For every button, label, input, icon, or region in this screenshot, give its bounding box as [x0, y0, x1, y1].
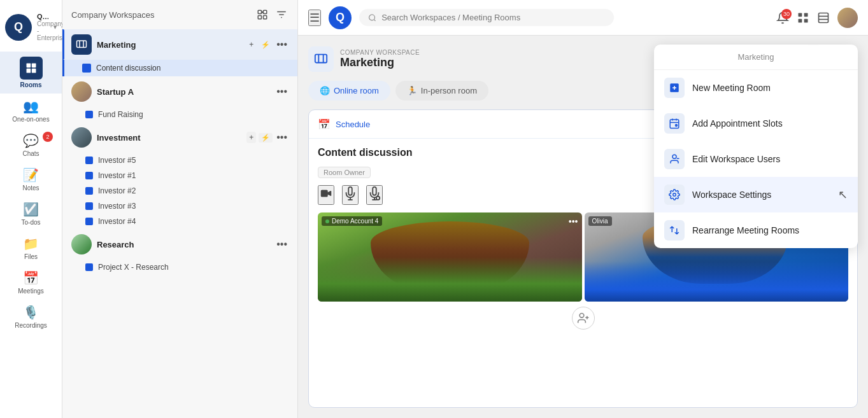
inperson-room-label: In-person room — [421, 86, 477, 95]
edit-users-menu-icon — [664, 149, 685, 169]
participant-2-label: Olivia — [588, 216, 612, 226]
participant-1-name: Demo Account 4 — [332, 218, 378, 225]
startup-a-more-button[interactable]: ••• — [275, 85, 288, 99]
workspace-settings-menu-icon — [664, 185, 685, 205]
participant-video-1 — [318, 212, 582, 302]
fund-raising-name: Fund Raising — [98, 110, 143, 119]
room-investor-1[interactable]: Investor #1 — [62, 168, 297, 183]
room-investor-2[interactable]: Investor #2 — [62, 183, 297, 199]
marketing-more-button[interactable]: ••• — [275, 38, 288, 52]
sidebar-item-rooms[interactable]: Rooms — [0, 52, 62, 94]
settings-icon — [669, 189, 680, 200]
user-avatar[interactable] — [837, 8, 858, 28]
camera-button[interactable] — [318, 185, 334, 205]
room-investor-4[interactable]: Investor #4 — [62, 214, 297, 229]
layout-button[interactable] — [817, 11, 830, 24]
files-label: Files — [24, 253, 38, 260]
add-workspace-button[interactable] — [255, 8, 269, 22]
projectx-indicator — [85, 263, 93, 271]
participant-2-name: Olivia — [592, 218, 608, 225]
room-investor-3[interactable]: Investor #3 — [62, 199, 297, 214]
todos-label: To-dos — [21, 219, 40, 226]
workspace-panel-header: Company Workspaces — [62, 0, 297, 29]
workspace-title-block: COMPANY WORKSPACE Marketing — [340, 49, 420, 69]
sidebar-item-files[interactable]: 📁 Files — [0, 231, 62, 265]
investment-lightning: ⚡ — [259, 133, 273, 143]
investor2-indicator — [85, 187, 93, 195]
workspace-list: Marketing + ⚡ ••• Content discussion Sta… — [62, 29, 297, 418]
sort-workspace-button[interactable] — [274, 8, 288, 22]
investment-name: Investment — [97, 133, 241, 143]
sidebar-item-chats[interactable]: 💬 Chats 2 — [0, 128, 62, 162]
workspace-dropdown-menu: Marketing New Meeting Room Add Appointme… — [654, 45, 858, 248]
investor1-name: Investor #1 — [98, 171, 136, 180]
group-startup-a[interactable]: Startup A ••• — [62, 76, 297, 107]
notes-icon: 📝 — [23, 167, 39, 183]
marketing-add-button[interactable]: + — [246, 39, 256, 50]
add-participant-button[interactable] — [572, 307, 595, 330]
svg-rect-17 — [819, 13, 829, 22]
sidebar-item-recordings[interactable]: 🎙️ Recordings — [0, 300, 62, 334]
svg-rect-51 — [670, 120, 679, 129]
notes-label: Notes — [22, 185, 39, 192]
svg-rect-20 — [315, 54, 327, 62]
investor3-indicator — [85, 202, 93, 210]
room-title: Content discussion — [318, 147, 412, 158]
company-logo-area[interactable]: Q Qik Enterprises Private Limited Compan… — [0, 6, 62, 52]
group-marketing[interactable]: Marketing + ⚡ ••• — [62, 29, 297, 60]
schedule-icon: 📅 — [318, 118, 331, 130]
workspace-settings-menu-label: Workspace Settings — [692, 190, 771, 200]
projectx-name: Project X - Research — [98, 263, 169, 272]
sidebar-item-meetings[interactable]: 📅 Meetings — [0, 265, 62, 300]
search-bar[interactable] — [359, 9, 614, 26]
group-research[interactable]: Research ••• — [62, 229, 297, 260]
investment-add-button[interactable]: + — [246, 132, 256, 143]
sidebar-item-to-dos[interactable]: ☑️ To-dos — [0, 197, 62, 231]
appointment-slots-menu-icon — [664, 113, 685, 134]
cursor-indicator: ↖ — [838, 188, 848, 202]
search-input[interactable] — [381, 13, 605, 22]
edit-workspace-users-menu-label: Edit Workspace Users — [692, 154, 780, 164]
company-dropdown-arrow[interactable]: ▾ — [53, 24, 57, 31]
edit-user-icon — [669, 153, 680, 165]
investment-more-button[interactable]: ••• — [275, 130, 288, 144]
research-more-button[interactable]: ••• — [275, 237, 288, 251]
grid-view-button[interactable] — [797, 11, 809, 24]
one-on-ones-icon: 👥 — [23, 99, 39, 114]
tab-inperson-room[interactable]: 🏃 In-person room — [395, 81, 488, 101]
svg-rect-10 — [77, 41, 87, 48]
room-project-x[interactable]: Project X - Research — [62, 260, 297, 275]
svg-point-45 — [580, 314, 584, 318]
top-logo: Q — [329, 6, 352, 29]
microphone-button[interactable] — [342, 185, 359, 205]
svg-point-11 — [369, 15, 375, 20]
hamburger-menu[interactable]: ☰ — [308, 10, 321, 26]
menu-item-add-appointment-slots[interactable]: Add Appointment Slots — [654, 106, 858, 141]
menu-item-workspace-settings[interactable]: Workspace Settings ↖ — [654, 177, 858, 212]
svg-rect-0 — [26, 64, 31, 68]
files-icon: 📁 — [23, 236, 39, 251]
menu-item-edit-workspace-users[interactable]: Edit Workspace Users — [654, 141, 858, 177]
svg-rect-2 — [26, 69, 31, 73]
audio-settings-button[interactable] — [366, 185, 383, 205]
room-fund-raising[interactable]: Fund Raising — [62, 107, 297, 122]
sidebar-item-one-on-ones[interactable]: 👥 One-on-ones — [0, 94, 62, 128]
sidebar-item-notes[interactable]: 📝 Notes — [0, 162, 62, 197]
company-info: Qik Enterprises Private Limited Company … — [37, 13, 48, 41]
room-content-discussion[interactable]: Content discussion — [62, 60, 297, 76]
marketing-lightning-badge: ⚡ — [259, 40, 273, 50]
participant-1-more[interactable]: ••• — [569, 216, 578, 226]
workspace-panel: Company Workspaces Marketing + ⚡ ••• — [62, 0, 298, 418]
room-investor-5[interactable]: Investor #5 — [62, 153, 297, 168]
investor5-name: Investor #5 — [98, 156, 136, 165]
tab-online-room[interactable]: 🌐 Online room — [308, 81, 390, 101]
fund-raising-indicator — [85, 111, 93, 118]
startup-a-avatar — [71, 81, 92, 102]
chats-icon: 💬 — [23, 133, 39, 148]
menu-item-rearrange-meeting-rooms[interactable]: Rearrange Meeting Rooms — [654, 212, 858, 248]
group-investment[interactable]: Investment + ⚡ ••• — [62, 122, 297, 153]
investor1-indicator — [85, 172, 93, 179]
notifications-area: 30 — [776, 11, 789, 24]
svg-rect-7 — [264, 16, 267, 19]
menu-item-new-meeting-room[interactable]: New Meeting Room — [654, 70, 858, 106]
